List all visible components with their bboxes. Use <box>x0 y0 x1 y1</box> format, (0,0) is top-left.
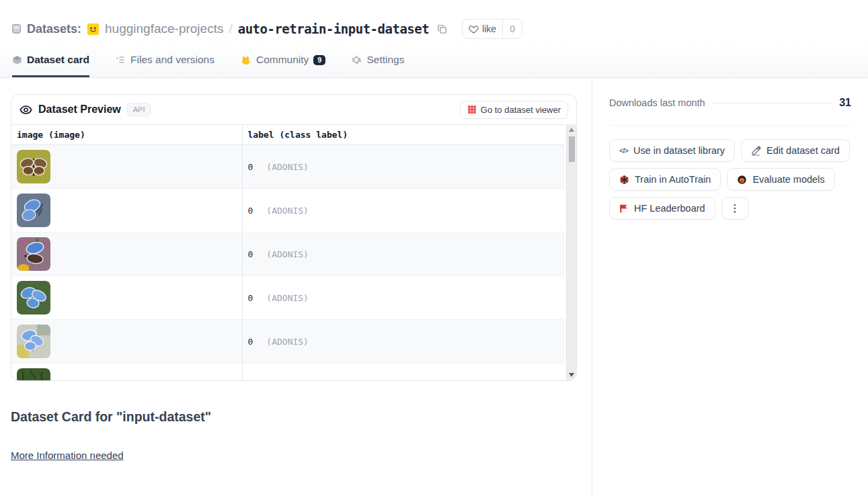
dotted-leader <box>712 103 833 103</box>
label-cell: 0(ADONIS) <box>242 145 564 189</box>
more-options-button[interactable]: ⋮ <box>721 197 749 220</box>
butterfly-thumbnail <box>17 150 50 183</box>
sidebar-actions: </> Use in dataset library Edit dataset … <box>609 139 859 220</box>
dataset-preview-card: Dataset Preview API Go to dataset viewer… <box>11 94 577 381</box>
datasets-section-label: Datasets: <box>11 22 81 36</box>
dataset-card-heading: Dataset Card for "input-dataset" <box>11 409 577 425</box>
label-cell <box>242 364 564 382</box>
org-avatar[interactable] <box>87 23 100 36</box>
table-row: 0(ADONIS) <box>11 276 564 320</box>
scrollbar-thumb[interactable] <box>569 136 575 162</box>
downloads-label: Downloads last month <box>609 97 705 108</box>
preview-table: image (image) label (class label) <box>11 124 564 381</box>
community-count-badge: 9 <box>313 55 325 65</box>
sidebar-divider <box>609 125 851 126</box>
table-row: 0(ADONIS) <box>11 189 564 233</box>
more-information-link[interactable]: More Information needed <box>11 450 124 461</box>
column-header-label: label (class label) <box>242 125 564 145</box>
page-header: Datasets: huggingface-projects / auto-re… <box>0 0 868 78</box>
butterfly-thumbnail <box>17 194 50 227</box>
table-row: 0(ADONIS) <box>11 320 564 364</box>
tab-bar: Dataset card Files and versions Communit… <box>11 54 857 77</box>
api-badge[interactable]: API <box>127 103 151 116</box>
preview-header: Dataset Preview API Go to dataset viewer <box>11 95 576 124</box>
butterfly-thumbnail <box>17 237 50 271</box>
column-header-image: image (image) <box>11 125 242 145</box>
evaluate-icon <box>737 175 747 185</box>
tab-dataset-card[interactable]: Dataset card <box>12 54 89 77</box>
go-to-dataset-viewer-button[interactable]: Go to dataset viewer <box>460 101 568 119</box>
sidebar: Downloads last month 31 </> Use in datas… <box>592 78 868 499</box>
breadcrumb-org-link[interactable]: huggingface-projects <box>105 22 223 36</box>
grid-icon <box>467 105 477 114</box>
copy-icon[interactable] <box>437 24 447 34</box>
label-cell: 0(ADONIS) <box>242 320 564 364</box>
edit-dataset-card-button[interactable]: Edit dataset card <box>741 139 850 162</box>
scroll-down-icon[interactable] <box>569 373 574 377</box>
database-icon <box>11 24 22 35</box>
butterfly-thumbnail <box>17 281 50 314</box>
use-in-dataset-library-button[interactable]: </> Use in dataset library <box>609 139 735 162</box>
flag-icon <box>619 204 629 214</box>
label-cell: 0(ADONIS) <box>242 189 564 233</box>
train-in-autotrain-button[interactable]: Train in AutoTrain <box>609 168 721 191</box>
table-row: 0(ADONIS) <box>11 233 564 276</box>
breadcrumb: Datasets: huggingface-projects / auto-re… <box>11 19 857 39</box>
downloads-value: 31 <box>839 97 851 109</box>
breadcrumb-separator: / <box>229 22 232 36</box>
downloads-stat: Downloads last month 31 <box>609 97 851 109</box>
heart-icon <box>469 24 479 34</box>
table-row <box>11 364 564 382</box>
code-icon: </> <box>619 146 628 155</box>
autotrain-icon <box>619 175 629 185</box>
eye-icon <box>19 103 32 116</box>
settings-icon <box>351 54 362 65</box>
evaluate-models-button[interactable]: Evaluate models <box>727 168 834 191</box>
community-icon <box>240 54 251 66</box>
main-column: Dataset Preview API Go to dataset viewer… <box>0 78 592 499</box>
content-area: Dataset Preview API Go to dataset viewer… <box>0 78 868 499</box>
label-cell: 0(ADONIS) <box>242 276 564 320</box>
preview-title: Dataset Preview <box>38 103 121 116</box>
like-count[interactable]: 0 <box>502 19 522 38</box>
table-header-row: image (image) label (class label) <box>11 125 564 145</box>
table-row: 0(ADONIS) <box>11 145 564 189</box>
tab-settings[interactable]: Settings <box>351 54 404 77</box>
hf-leaderboard-button[interactable]: HF Leaderboard <box>609 197 715 220</box>
dataset-card-icon <box>12 55 22 65</box>
files-versions-icon <box>115 54 126 65</box>
like-button[interactable]: like <box>463 19 502 38</box>
vertical-ellipsis-icon: ⋮ <box>730 202 740 214</box>
breadcrumb-dataset-name[interactable]: auto-retrain-input-dataset <box>238 22 429 36</box>
pencil-icon <box>751 146 761 156</box>
butterfly-thumbnail <box>17 325 50 358</box>
butterfly-thumbnail <box>17 368 50 381</box>
preview-scrollbar[interactable] <box>566 124 576 380</box>
tab-files-and-versions[interactable]: Files and versions <box>115 54 214 77</box>
tab-community[interactable]: Community 9 <box>240 54 326 77</box>
scroll-up-icon[interactable] <box>569 128 574 132</box>
like-widget: like 0 <box>462 19 522 39</box>
label-cell: 0(ADONIS) <box>242 233 564 276</box>
